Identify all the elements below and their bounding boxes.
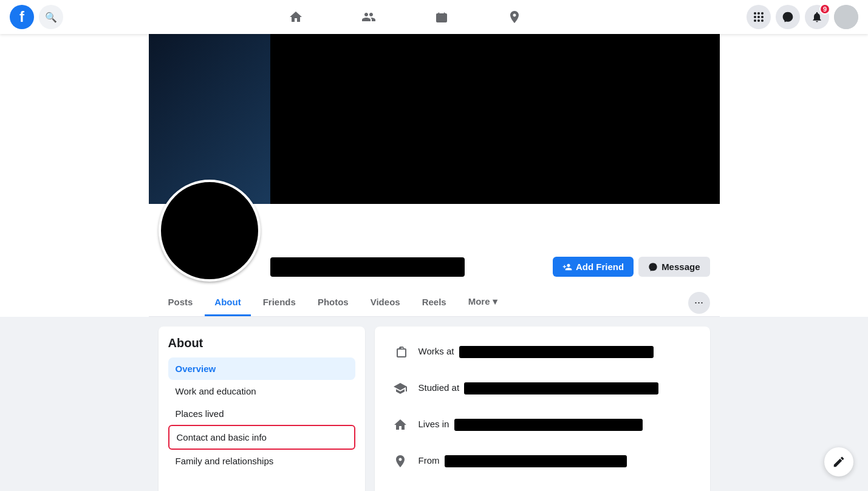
svg-point-3: [754, 16, 756, 18]
profile-name-redacted: [270, 257, 465, 277]
studied-at-label: Studied at: [419, 382, 659, 394]
svg-point-4: [757, 16, 760, 18]
search-button[interactable]: 🔍: [39, 5, 63, 29]
about-sidebar: About Overview Work and education Places…: [159, 327, 365, 491]
add-friend-icon: [562, 262, 572, 272]
works-at-label: Works at: [419, 346, 654, 358]
home-icon: [389, 414, 411, 436]
tab-videos[interactable]: Videos: [361, 290, 410, 316]
sidebar-item-places-lived[interactable]: Places lived: [168, 402, 355, 425]
education-icon: [389, 378, 411, 399]
messenger-button[interactable]: [776, 5, 800, 29]
notifications-button[interactable]: 9: [805, 5, 829, 29]
from-label: From: [419, 455, 627, 467]
location-icon: [389, 450, 411, 472]
home-icon: [289, 10, 303, 24]
svg-point-2: [761, 12, 764, 15]
grid-icon: [753, 11, 765, 23]
facebook-logo: f: [10, 5, 34, 29]
svg-point-0: [754, 12, 756, 15]
lives-in-row: Lives in: [389, 414, 695, 436]
svg-point-7: [757, 19, 760, 22]
about-container: About Overview Work and education Places…: [149, 327, 720, 491]
tab-photos[interactable]: Photos: [308, 290, 358, 316]
profile-header-row: Add Friend Message: [159, 204, 710, 289]
friends-icon: [361, 10, 376, 24]
lives-in-label: Lives in: [419, 419, 643, 431]
lives-in-redacted: [454, 419, 643, 431]
search-icon: 🔍: [45, 12, 57, 23]
tab-about[interactable]: About: [205, 290, 250, 316]
about-content: Works at Studied at: [375, 327, 710, 491]
edit-fab-button[interactable]: [824, 447, 853, 476]
tab-posts[interactable]: Posts: [159, 290, 203, 316]
tabs-list: Posts About Friends Photos Videos Reels …: [159, 289, 710, 316]
relationship-row: [389, 487, 695, 491]
svg-point-6: [754, 19, 756, 22]
studied-at-row: Studied at: [389, 378, 695, 399]
profile-action-buttons: Add Friend Message: [553, 257, 710, 277]
main-content: Add Friend Message: [0, 34, 868, 491]
profile-name-actions: Add Friend Message: [270, 257, 710, 282]
sidebar-item-overview[interactable]: Overview: [168, 357, 355, 380]
notification-badge: 9: [819, 4, 830, 15]
work-icon: [389, 341, 411, 363]
nav-center: [63, 2, 747, 32]
tab-reels[interactable]: Reels: [412, 290, 456, 316]
profile-info-bar: Add Friend Message: [149, 204, 720, 289]
sidebar-item-work-education[interactable]: Work and education: [168, 380, 355, 402]
works-at-redacted: [459, 346, 654, 358]
profile-tabs: Posts About Friends Photos Videos Reels …: [149, 289, 720, 317]
nav-left: f 🔍: [10, 5, 63, 29]
sidebar-item-contact-info[interactable]: Contact and basic info: [168, 425, 355, 450]
heart-icon: [389, 487, 411, 491]
marketplace-icon: [434, 10, 449, 24]
friends-nav-button[interactable]: [335, 2, 403, 32]
works-at-row: Works at: [389, 341, 695, 363]
message-button[interactable]: Message: [638, 257, 709, 277]
nav-right: 9: [747, 5, 858, 29]
cover-wrapper: Add Friend Message: [149, 34, 720, 289]
sidebar-item-family[interactable]: Family and relationships: [168, 450, 355, 472]
groups-icon: [507, 10, 522, 24]
profile-avatar-container: [159, 180, 261, 282]
cover-area: Add Friend Message: [0, 34, 868, 317]
profile-avatar: [159, 180, 261, 282]
dots-icon: ···: [694, 296, 703, 309]
tab-overflow-button[interactable]: ···: [688, 292, 710, 314]
svg-point-5: [761, 16, 764, 18]
messenger-icon: [782, 11, 794, 23]
message-icon: [648, 262, 658, 272]
tab-friends[interactable]: Friends: [253, 290, 306, 316]
grid-menu-button[interactable]: [747, 5, 771, 29]
cover-photo-redacted: [270, 34, 720, 204]
cover-photo: [149, 34, 720, 204]
account-avatar[interactable]: [834, 5, 858, 29]
profile-name-block: [270, 257, 465, 277]
from-row: From: [389, 450, 695, 472]
edit-icon: [832, 455, 846, 469]
groups-nav-button[interactable]: [480, 2, 548, 32]
from-redacted: [445, 455, 627, 467]
about-title: About: [168, 336, 355, 350]
add-friend-button[interactable]: Add Friend: [553, 257, 634, 277]
marketplace-nav-button[interactable]: [408, 2, 476, 32]
svg-point-1: [757, 12, 760, 15]
svg-point-8: [761, 19, 764, 22]
studied-at-redacted: [464, 382, 658, 394]
tab-more[interactable]: More ▾: [459, 289, 507, 316]
top-navigation: f 🔍: [0, 0, 868, 34]
home-nav-button[interactable]: [262, 2, 330, 32]
